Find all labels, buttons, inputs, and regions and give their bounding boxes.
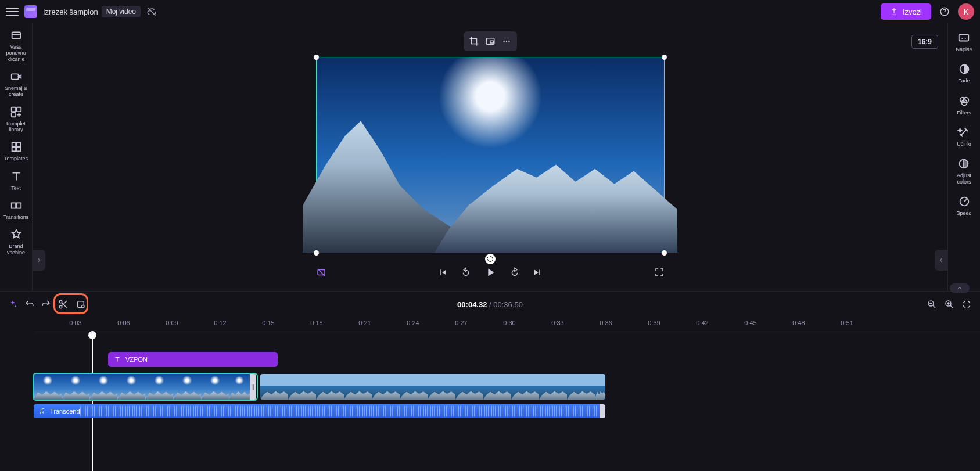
play-button[interactable] <box>484 266 497 279</box>
app-logo-icon <box>24 5 37 18</box>
svg-rect-10 <box>11 203 15 208</box>
ruler-tick: 0:09 <box>166 319 178 326</box>
svg-rect-1 <box>12 33 20 39</box>
rail-brand[interactable]: Brand vsebine <box>0 228 32 256</box>
menu-button[interactable] <box>6 5 19 18</box>
svg-rect-3 <box>11 107 15 111</box>
ruler-tick: 0:12 <box>214 319 226 326</box>
ruler-tick: 0:27 <box>455 319 467 326</box>
audio-clip-label: Transcend <box>50 408 80 415</box>
zoom-out-button[interactable] <box>927 299 937 310</box>
right-rail-expand-button[interactable] <box>935 250 947 271</box>
ai-enhance-button[interactable] <box>316 267 326 278</box>
redo-button[interactable] <box>41 299 51 310</box>
export-button[interactable]: Izvozi <box>881 3 931 20</box>
prop-speed[interactable]: Speed <box>956 195 971 216</box>
text-icon <box>114 356 121 363</box>
resize-handle-br[interactable] <box>662 250 667 256</box>
preview-stage: 16:9 <box>33 23 947 291</box>
right-rail: NapiseFadeFiltersUčinkiAdjustcolorsSpeed <box>947 23 980 291</box>
ruler-tick: 0:15 <box>262 319 274 326</box>
prop-fade[interactable]: Fade <box>958 63 971 84</box>
svg-rect-6 <box>12 143 15 146</box>
more-preview-tools-button[interactable] <box>498 34 515 49</box>
text-clip[interactable]: VZPON <box>108 352 278 367</box>
ruler-tick: 0:45 <box>744 319 756 326</box>
project-name-chip[interactable]: Moj video <box>102 6 141 17</box>
ruler-tick: 0:18 <box>310 319 322 326</box>
ruler-tick: 0:30 <box>503 319 515 326</box>
timeline-tracks[interactable]: VZPON || Transcend <box>34 332 980 471</box>
undo-button[interactable] <box>24 299 35 310</box>
svg-point-28 <box>82 305 85 308</box>
timeline-toolbar: 00:04.32 / 00:36.50 <box>0 292 980 317</box>
left-rail: Vaša ponovno klicanjeSnemaj &createKompl… <box>0 23 33 291</box>
transport-controls <box>316 266 665 279</box>
timeline-ruler[interactable]: 0:030:060:090:120:150:180:210:240:270:30… <box>34 317 980 332</box>
text-clip-label: VZPON <box>125 356 148 363</box>
clip-trim-handle[interactable]: || <box>250 374 256 400</box>
playhead[interactable] <box>92 332 93 471</box>
ruler-tick: 0:42 <box>696 319 708 326</box>
rail-templates[interactable]: Templates <box>4 141 28 161</box>
zoom-fit-button[interactable] <box>961 299 972 310</box>
svg-rect-7 <box>16 143 20 146</box>
video-preview[interactable] <box>316 57 665 253</box>
seek-fwd-button[interactable] <box>509 267 520 278</box>
rail-content-library[interactable]: Kompletlibrary <box>6 106 26 133</box>
timeline-timecode: 00:04.32 / 00:36.50 <box>457 300 523 309</box>
svg-rect-5 <box>11 113 15 117</box>
prop-filters[interactable]: Filters <box>957 95 971 116</box>
rail-record-create[interactable]: Snemaj &create <box>5 70 27 98</box>
aspect-ratio-chip[interactable]: 16:9 <box>911 35 938 49</box>
rail-your-stuff[interactable]: Vaša ponovno klicanje <box>0 29 32 62</box>
rail-text[interactable]: Text <box>10 170 23 191</box>
audio-trim-handle[interactable] <box>600 404 605 418</box>
preview-toolbar <box>464 31 517 51</box>
video-clip-2[interactable] <box>260 374 605 400</box>
project-breadcrumb[interactable]: Izrezek šampion <box>43 8 98 16</box>
video-clip-1[interactable]: || <box>34 374 257 400</box>
ruler-tick: 0:36 <box>600 319 612 326</box>
zoom-in-button[interactable] <box>944 299 954 310</box>
prop-captions[interactable]: Napise <box>956 31 972 52</box>
ruler-tick: 0:06 <box>117 319 130 326</box>
music-note-icon <box>38 408 45 415</box>
ruler-tick: 0:03 <box>69 319 81 326</box>
seek-back-button[interactable] <box>461 267 471 278</box>
prop-adjust[interactable]: Adjustcolors <box>957 157 971 185</box>
crop-timeline-button[interactable] <box>76 299 86 310</box>
ruler-tick: 0:48 <box>792 319 805 326</box>
help-button[interactable] <box>937 4 952 19</box>
timeline-panel: 00:04.32 / 00:36.50 0:030:060:090:120:15… <box>0 291 980 471</box>
skip-start-button[interactable] <box>437 267 448 278</box>
ai-sparkle-button[interactable] <box>8 300 17 309</box>
rotate-handle[interactable] <box>485 254 496 264</box>
current-time: 00:04.32 <box>457 300 487 309</box>
rail-transitions[interactable]: Transitions <box>3 199 29 220</box>
total-time: 00:36.50 <box>493 300 523 309</box>
svg-rect-9 <box>16 148 20 151</box>
svg-point-31 <box>40 412 41 414</box>
timeline-collapse-button[interactable] <box>950 283 970 293</box>
resize-handle-tr[interactable] <box>662 55 667 60</box>
fullscreen-button[interactable] <box>654 267 665 278</box>
cloud-sync-off-icon[interactable] <box>146 6 157 17</box>
pip-tool-button[interactable] <box>482 34 498 49</box>
prop-effects[interactable]: Učinki <box>957 126 971 147</box>
svg-point-14 <box>503 41 504 42</box>
audio-waveform <box>80 406 603 416</box>
resize-handle-bl[interactable] <box>314 250 319 256</box>
export-button-label: Izvozi <box>903 8 922 16</box>
user-avatar[interactable]: K <box>958 3 974 20</box>
audio-clip[interactable]: Transcend <box>34 404 605 418</box>
svg-point-16 <box>508 41 509 42</box>
ruler-tick: 0:51 <box>841 319 853 326</box>
svg-rect-8 <box>12 148 15 151</box>
resize-handle-tl[interactable] <box>314 55 319 60</box>
crop-tool-button[interactable] <box>466 34 482 49</box>
split-button[interactable] <box>58 299 69 310</box>
skip-end-button[interactable] <box>533 267 543 278</box>
svg-rect-4 <box>16 107 20 111</box>
svg-rect-2 <box>11 74 18 79</box>
